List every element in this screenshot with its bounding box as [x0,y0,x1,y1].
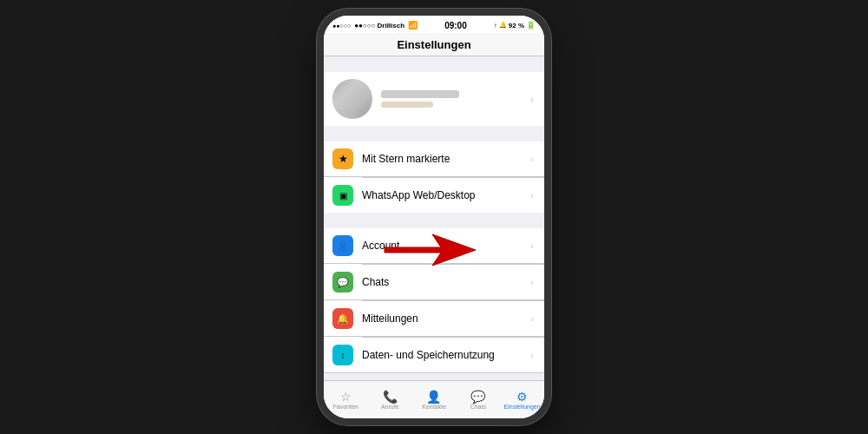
calls-label: Anrufe [381,404,399,410]
status-indicators: ↑ 🔔 92 % 🔋 [494,21,536,30]
starred-icon: ★ [332,148,353,169]
notifications-chevron: › [530,313,534,324]
list-item-account[interactable]: 👤 Account › [324,228,544,264]
battery-label: 92 % [509,22,524,30]
profile-info [381,90,530,108]
profile-sub-blur [381,102,433,108]
favorites-icon: ☆ [340,391,352,403]
data-storage-label: Daten- und Speichernutzung [362,349,530,361]
chats-tab-icon: 💬 [470,391,485,403]
starred-label: Mit Stern markierte [362,153,530,165]
notifications-label: Mitteilungen [362,312,530,325]
section-account-group: 👤 Account › 💬 Chats › 🔔 [324,228,544,373]
content-area[interactable]: › ★ Mit Stern markierte › ▣ [324,56,544,380]
settings-icon: ⚙ [516,391,528,403]
account-label: Account [362,240,530,252]
chats-label: Chats [362,276,530,288]
signal-dots: ●●○○○ [332,23,351,29]
wifi-icon: 📶 [408,21,418,30]
nav-title: Einstellungen [397,38,470,51]
carrier-info: ●●○○○ ●●○○○ Drillisch 📶 [332,21,418,30]
carrier-label: ●●○○○ Drillisch [354,22,404,30]
account-icon: 👤 [332,235,353,256]
data-storage-icon: ↕ [332,345,353,365]
tab-item-contacts[interactable]: 👤 Kontakte [412,381,457,418]
list-item-starred[interactable]: ★ Mit Stern markierte › [324,141,544,177]
avatar [332,79,372,119]
tab-bar: ☆ Favoriten 📞 Anrufe 👤 Kontakte 💬 Chats … [324,380,544,418]
battery-icon: 🔋 [526,21,536,30]
list-item-notifications[interactable]: 🔔 Mitteilungen › [324,301,544,337]
profile-chevron: › [530,93,534,106]
status-bar: ●●○○○ ●●○○○ Drillisch 📶 09:00 ↑ 🔔 92 % 🔋 [324,16,544,33]
web-desktop-label: WhatsApp Web/Desktop [362,189,530,201]
web-desktop-chevron: › [530,190,534,201]
phone-screen: ●●○○○ ●●○○○ Drillisch 📶 09:00 ↑ 🔔 92 % 🔋… [324,16,544,418]
web-desktop-icon: ▣ [332,185,353,206]
status-time: 09:00 [444,21,467,30]
volume-icon: 🔔 [499,22,507,29]
gps-icon: ↑ [494,22,497,30]
profile-name-blur [381,90,459,98]
tab-item-chats[interactable]: 💬 Chats [456,381,500,418]
profile-row[interactable]: › [324,72,544,126]
data-storage-chevron: › [530,350,534,360]
tab-item-favorites[interactable]: ☆ Favoriten [324,381,368,418]
list-item-data-storage[interactable]: ↕ Daten- und Speichernutzung › [324,338,544,373]
account-chevron: › [530,240,534,251]
list-item-web-desktop[interactable]: ▣ WhatsApp Web/Desktop › [324,178,544,213]
profile-section[interactable]: › [324,72,544,126]
chats-icon: 💬 [332,272,353,293]
favorites-label: Favoriten [333,404,358,410]
tab-item-calls[interactable]: 📞 Anrufe [368,381,412,418]
calls-icon: 📞 [383,391,398,403]
phone-wrapper: ●●○○○ ●●○○○ Drillisch 📶 09:00 ↑ 🔔 92 % 🔋… [317,9,551,425]
starred-chevron: › [530,154,534,164]
contacts-icon: 👤 [426,391,441,403]
chats-chevron: › [530,277,534,287]
contacts-label: Kontakte [422,404,446,410]
nav-bar: Einstellungen [324,33,544,56]
notifications-icon: 🔔 [332,308,353,329]
chats-tab-label: Chats [470,404,486,410]
settings-label: Einstellungen [504,404,541,410]
list-item-chats[interactable]: 💬 Chats › [324,265,544,300]
tab-item-settings[interactable]: ⚙ Einstellungen [500,381,544,418]
section-starred-web: ★ Mit Stern markierte › ▣ WhatsApp Web/D… [324,141,544,213]
